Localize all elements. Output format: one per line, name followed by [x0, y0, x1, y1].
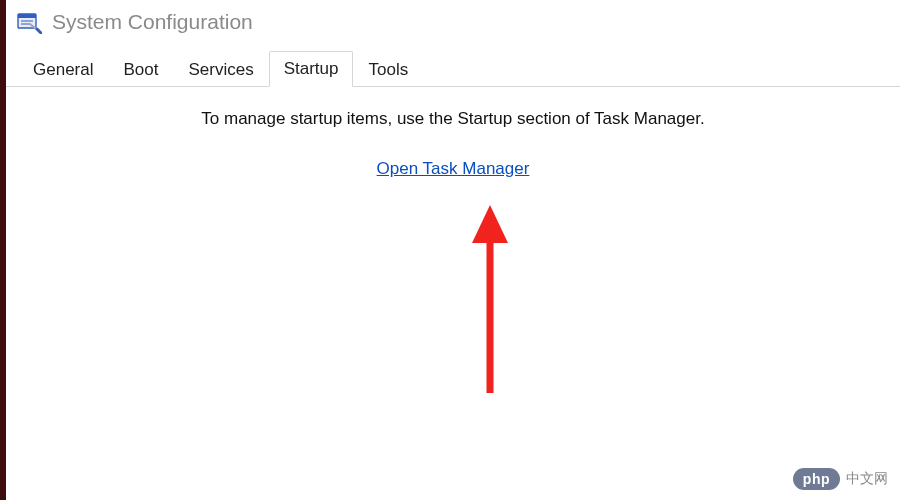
- window-titlebar: System Configuration: [6, 0, 900, 50]
- window-title: System Configuration: [52, 10, 253, 34]
- annotation-arrow-up-icon: [460, 205, 520, 398]
- tab-strip: General Boot Services Startup Tools: [6, 50, 900, 87]
- watermark-text: 中文网: [846, 470, 888, 488]
- tab-general[interactable]: General: [18, 52, 108, 87]
- tab-services[interactable]: Services: [173, 52, 268, 87]
- startup-info-text: To manage startup items, use the Startup…: [36, 109, 870, 129]
- window-frame: System Configuration General Boot Servic…: [0, 0, 900, 500]
- watermark-pill: php: [793, 468, 840, 490]
- tab-boot[interactable]: Boot: [108, 52, 173, 87]
- svg-rect-1: [18, 14, 36, 18]
- tab-startup[interactable]: Startup: [269, 51, 354, 87]
- open-task-manager-link[interactable]: Open Task Manager: [377, 159, 530, 178]
- watermark: php 中文网: [793, 468, 888, 490]
- tab-tools[interactable]: Tools: [353, 52, 423, 87]
- msconfig-app-icon: [16, 10, 42, 34]
- tab-content: To manage startup items, use the Startup…: [6, 87, 900, 179]
- svg-marker-5: [472, 205, 508, 243]
